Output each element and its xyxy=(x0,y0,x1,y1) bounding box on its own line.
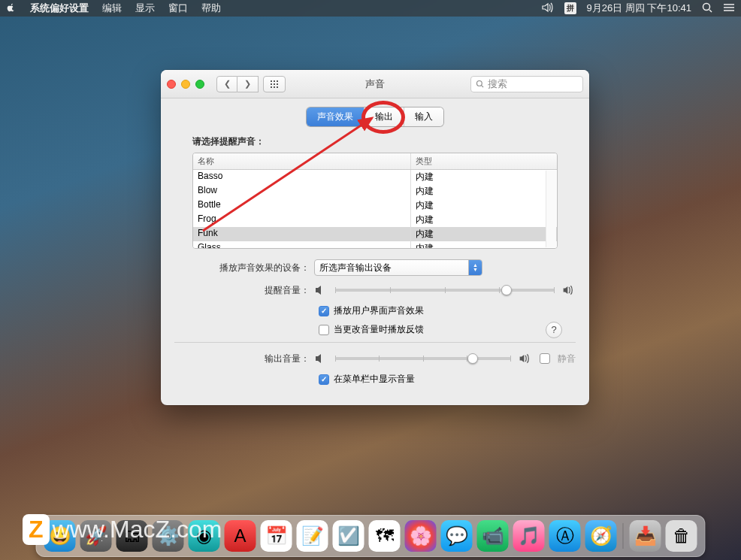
checkbox-label: 当更改音量时播放反馈 xyxy=(334,323,424,336)
alert-volume-label: 提醒音量： xyxy=(174,284,314,297)
control-center-icon[interactable] xyxy=(723,3,735,14)
input-method-icon[interactable]: 拼 xyxy=(564,2,576,14)
table-row[interactable]: Glass内建 xyxy=(193,241,557,248)
dock-photos[interactable]: 🌸 xyxy=(405,520,437,552)
menu-window[interactable]: 窗口 xyxy=(168,2,188,15)
mute-label: 静音 xyxy=(558,353,576,365)
tab-sound-effects[interactable]: 声音效果 xyxy=(307,107,364,126)
search-placeholder: 搜索 xyxy=(488,77,507,91)
apple-menu[interactable] xyxy=(6,2,17,15)
mute-checkbox[interactable] xyxy=(540,353,550,364)
speaker-low-icon xyxy=(314,283,328,297)
spotlight-icon[interactable] xyxy=(702,2,712,15)
dock-calendar[interactable]: 📅 xyxy=(261,520,292,552)
dock-messages[interactable]: 💬 xyxy=(441,520,473,552)
table-row[interactable]: Basso内建 xyxy=(193,170,557,184)
speaker-high-icon xyxy=(562,283,576,297)
dock-safari[interactable]: 🧭 xyxy=(585,520,617,552)
checkbox-label: 播放用户界面声音效果 xyxy=(334,304,424,317)
sound-preferences-window: ❮ ❯ 声音 搜索 声音效果 输出 输入 请选择提醒声音： 名称 类型 xyxy=(161,70,589,405)
nav-buttons: ❮ ❯ xyxy=(216,76,259,92)
dock-reminders[interactable]: ☑️ xyxy=(333,520,364,552)
col-name[interactable]: 名称 xyxy=(193,153,411,169)
table-row[interactable]: Funk内建 xyxy=(193,227,557,241)
grid-icon xyxy=(271,80,278,88)
minimize-button[interactable] xyxy=(181,80,190,89)
tab-segment: 声音效果 输出 输入 xyxy=(307,107,443,126)
speaker-high-icon xyxy=(519,352,532,365)
volume-feedback-checkbox[interactable]: 当更改音量时播放反馈 ? xyxy=(319,323,576,336)
select-alert-label: 请选择提醒声音： xyxy=(192,135,576,148)
checkbox-icon xyxy=(319,325,329,335)
output-volume-label: 输出音量： xyxy=(174,353,314,365)
watermark: Z www.MacZ.com xyxy=(23,514,222,545)
search-input[interactable]: 搜索 xyxy=(470,76,583,92)
dropdown-value: 所选声音输出设备 xyxy=(319,262,392,274)
menubar: 系统偏好设置 编辑 显示 窗口 帮助 拼 9月26日 周四 下午10:41 xyxy=(0,0,741,17)
search-icon xyxy=(476,80,485,89)
maximize-button[interactable] xyxy=(195,80,204,89)
dock-separator xyxy=(623,523,624,549)
apple-logo-icon xyxy=(6,2,17,13)
menu-help[interactable]: 帮助 xyxy=(201,2,221,15)
alert-volume-slider[interactable] xyxy=(335,289,555,292)
speaker-low-icon xyxy=(314,352,328,365)
close-button[interactable] xyxy=(167,80,176,89)
help-button[interactable]: ? xyxy=(546,322,562,338)
dropdown-arrows-icon: ▲▼ xyxy=(468,260,482,275)
table-row[interactable]: Frog内建 xyxy=(193,213,557,227)
checkbox-icon xyxy=(319,374,329,385)
play-through-label: 播放声音效果的设备： xyxy=(174,262,314,274)
output-device-dropdown[interactable]: 所选声音输出设备 ▲▼ xyxy=(314,259,482,276)
checkbox-label: 在菜单栏中显示音量 xyxy=(334,373,415,386)
dock-facetime[interactable]: 📹 xyxy=(477,520,509,552)
dock-itunes[interactable]: 🎵 xyxy=(513,520,545,552)
show-all-button[interactable] xyxy=(263,76,286,92)
back-button[interactable]: ❮ xyxy=(216,76,237,92)
tab-output[interactable]: 输出 xyxy=(364,107,404,126)
window-title: 声音 xyxy=(365,77,385,91)
datetime[interactable]: 9月26日 周四 下午10:41 xyxy=(587,2,691,15)
table-header: 名称 类型 xyxy=(193,153,557,170)
dock-app-store[interactable]: A xyxy=(225,520,256,552)
menu-view[interactable]: 显示 xyxy=(135,2,155,15)
watermark-logo: Z xyxy=(23,514,50,545)
table-row[interactable]: Blow内建 xyxy=(193,184,557,198)
dock-trash[interactable]: 🗑 xyxy=(666,520,697,552)
volume-menu-icon[interactable] xyxy=(542,2,554,15)
divider xyxy=(174,342,576,343)
menu-edit[interactable]: 编辑 xyxy=(102,2,122,15)
dock-appstore[interactable]: Ⓐ xyxy=(549,520,581,552)
dock-downloads[interactable]: 📥 xyxy=(630,520,661,552)
show-in-menubar-checkbox[interactable]: 在菜单栏中显示音量 xyxy=(319,373,576,386)
checkbox-icon xyxy=(319,306,329,316)
dock-maps[interactable]: 🗺 xyxy=(369,520,401,552)
svg-point-0 xyxy=(703,3,710,10)
titlebar: ❮ ❯ 声音 搜索 xyxy=(161,70,589,98)
col-type[interactable]: 类型 xyxy=(411,153,557,169)
forward-button[interactable]: ❯ xyxy=(237,76,259,92)
app-name[interactable]: 系统偏好设置 xyxy=(30,2,89,15)
tab-input[interactable]: 输入 xyxy=(404,107,443,126)
watermark-text: www.MacZ.com xyxy=(53,516,222,543)
table-scrollbar[interactable] xyxy=(546,171,556,247)
play-ui-effects-checkbox[interactable]: 播放用户界面声音效果 xyxy=(319,304,576,317)
dock-notes[interactable]: 📝 xyxy=(297,520,328,552)
output-volume-slider[interactable] xyxy=(335,357,511,360)
svg-point-1 xyxy=(477,80,482,86)
table-row[interactable]: Bottle内建 xyxy=(193,198,557,213)
traffic-lights xyxy=(167,80,204,89)
alert-sound-table: 名称 类型 Basso内建Blow内建Bottle内建Frog内建Funk内建G… xyxy=(192,153,558,249)
